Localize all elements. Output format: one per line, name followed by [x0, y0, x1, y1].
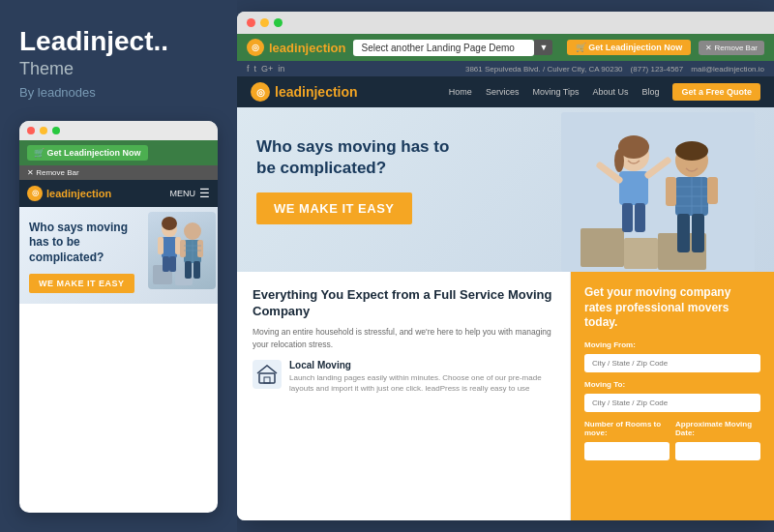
nav-links: Home Services Moving Tips About Us Blog … [449, 83, 760, 101]
svg-rect-3 [162, 237, 177, 258]
mobile-hero-image [148, 212, 216, 289]
desktop-nav: ◎ leadinjection Home Services Moving Tip… [237, 76, 774, 107]
info-left: f t G+ in [247, 64, 284, 74]
local-moving-icon [253, 360, 282, 389]
desktop-top-logo-icon: ◎ [247, 39, 264, 56]
content-section-text: Moving an entire household is stressful,… [253, 326, 554, 351]
service-desc-local: Launch landing pages easily within minut… [289, 372, 554, 394]
svg-rect-4 [158, 237, 164, 254]
form-date-input[interactable] [675, 442, 760, 460]
get-leadinjection-btn[interactable]: 🛒 Get Leadinjection Now [567, 40, 692, 55]
mobile-hero-title: Who says moving has to be complicated? [29, 221, 145, 266]
email-text: mail@leadinjection.io [691, 65, 764, 74]
service-title-local: Local Moving [289, 360, 554, 370]
mobile-remove-btn[interactable]: ✕ Remove Bar [27, 168, 79, 177]
phone-text: (877) 123-4567 [631, 65, 684, 74]
svg-point-8 [162, 217, 177, 230]
right-panel: ◎ leadinjection Select another Landing P… [237, 12, 774, 520]
form-title: Get your moving company rates profession… [584, 285, 760, 331]
content-section-title: Everything You Expect from a Full Servic… [253, 287, 554, 320]
desktop-hero-cta[interactable]: WE MAKE IT EASY [256, 192, 412, 224]
svg-rect-25 [619, 171, 648, 205]
dot-yellow [260, 18, 269, 27]
svg-rect-13 [185, 261, 192, 279]
linkedin-icon[interactable]: in [278, 64, 284, 74]
desktop-top-logo: ◎ leadinjection [247, 39, 345, 56]
desktop-hero: Who says moving has to be complicated? W… [237, 107, 774, 272]
svg-point-9 [184, 222, 201, 240]
mobile-logo-icon: ◎ [27, 186, 43, 201]
nav-about[interactable]: About Us [592, 87, 628, 97]
hero-text-area: Who says moving has to be complicated? W… [256, 136, 469, 224]
desktop-window-bar [237, 12, 774, 34]
mobile-get-leadinjection-btn[interactable]: 🛒 Get Leadinjection Now [27, 145, 148, 161]
mobile-menu-btn[interactable]: MENU ☰ [170, 187, 211, 200]
svg-rect-39 [707, 177, 718, 204]
mobile-hero: Who says moving has to be complicated? W… [19, 207, 218, 304]
nav-services[interactable]: Services [486, 87, 520, 97]
desktop-info-bar: f t G+ in 3861 Sepulveda Blvd. / Culver … [237, 61, 774, 76]
nav-logo: ◎ leadinjection [251, 82, 358, 102]
quote-form-panel: Get your moving company rates profession… [571, 272, 774, 520]
svg-rect-43 [264, 377, 270, 383]
mobile-preview: 🛒 Get Leadinjection Now ✕ Remove Bar ◎ l… [19, 121, 218, 513]
svg-point-24 [614, 149, 624, 172]
svg-rect-7 [169, 256, 176, 272]
nav-logo-text: leadinjection [275, 84, 358, 100]
nav-blog[interactable]: Blog [641, 87, 659, 97]
desktop-top-right: 🛒 Get Leadinjection Now ✕ Remove Bar [567, 40, 764, 55]
googleplus-icon[interactable]: G+ [261, 64, 273, 74]
service-item-local: Local Moving Launch landing pages easily… [253, 360, 554, 394]
form-rooms-input[interactable] [584, 442, 670, 460]
form-to-label: Moving To: [584, 380, 760, 389]
hero-couple-image [561, 112, 755, 272]
facebook-icon[interactable]: f [247, 64, 250, 74]
service-info-local: Local Moving Launch landing pages easily… [289, 360, 554, 394]
svg-rect-40 [677, 214, 690, 252]
mobile-logo: ◎ leadinjection [27, 186, 111, 201]
svg-rect-19 [580, 228, 624, 267]
svg-rect-11 [180, 240, 186, 257]
svg-rect-20 [624, 238, 658, 269]
info-right: 3861 Sepulveda Blvd. / Culver City, CA 9… [465, 65, 764, 74]
theme-title: Leadinject.. [19, 27, 218, 57]
dot-yellow [40, 127, 47, 134]
mobile-hero-cta[interactable]: WE MAKE IT EASY [29, 274, 134, 293]
dot-green [52, 127, 60, 134]
svg-rect-42 [259, 373, 275, 383]
demo-select-arrow: ▼ [534, 40, 552, 55]
desktop-content: Everything You Expect from a Full Servic… [237, 272, 774, 520]
address-text: 3861 Sepulveda Blvd. / Culver City, CA 9… [465, 65, 623, 74]
form-date-label: Approximate Moving Date: [675, 420, 760, 437]
svg-rect-38 [666, 177, 676, 206]
remove-bar-btn[interactable]: ✕ Remove Bar [699, 41, 764, 55]
nav-free-quote-btn[interactable]: Get a Free Quote [672, 83, 760, 101]
mobile-nav: ◎ leadinjection MENU ☰ [19, 180, 218, 207]
nav-moving-tips[interactable]: Moving Tips [532, 87, 579, 97]
svg-rect-41 [692, 214, 704, 252]
twitter-icon[interactable]: t [254, 64, 257, 74]
mobile-window-bar [19, 121, 218, 140]
dot-red [247, 18, 255, 27]
demo-select-wrap[interactable]: Select another Landing Page Demo ▼ [353, 40, 552, 56]
form-to-input[interactable] [584, 394, 760, 412]
mobile-top-bar: 🛒 Get Leadinjection Now [19, 140, 218, 165]
mobile-logo-text: leadinjection [46, 188, 111, 199]
dot-red [27, 127, 35, 134]
dot-green [274, 18, 283, 27]
svg-point-31 [675, 141, 708, 161]
svg-rect-29 [635, 203, 645, 232]
mobile-hamburger-icon: ☰ [199, 187, 210, 200]
desktop-hero-title: Who says moving has to be complicated? [256, 136, 469, 179]
theme-by: By leadnodes [19, 85, 218, 100]
form-from-input[interactable] [584, 354, 760, 372]
svg-rect-12 [197, 240, 203, 257]
form-rooms-label: Number of Rooms to move: [584, 420, 670, 437]
social-icons: f t G+ in [247, 64, 284, 74]
demo-select[interactable]: Select another Landing Page Demo [353, 40, 534, 56]
form-from-label: Moving From: [584, 340, 760, 349]
nav-logo-icon: ◎ [251, 82, 270, 102]
nav-home[interactable]: Home [449, 87, 472, 97]
svg-rect-28 [622, 203, 633, 232]
svg-rect-6 [163, 256, 169, 272]
